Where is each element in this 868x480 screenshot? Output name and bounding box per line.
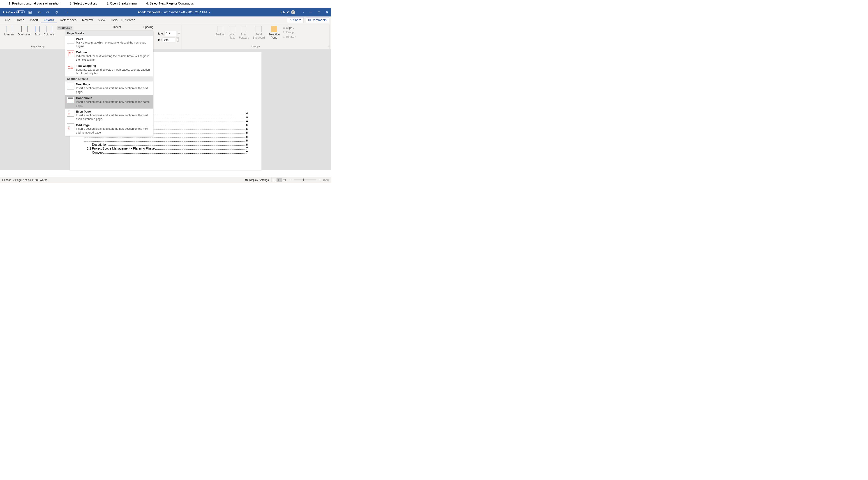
search-label: Search — [125, 18, 135, 22]
toc-pg: 6 — [246, 143, 248, 147]
break-oddpage[interactable]: 13 Odd PageInsert a section break and st… — [65, 122, 153, 135]
undo-icon[interactable] — [37, 10, 41, 14]
ribbon-options-icon[interactable]: ▭ — [301, 10, 304, 14]
after-input[interactable] — [163, 37, 175, 42]
group-arrange: Position WrapText BringForward SendBackw… — [181, 25, 329, 49]
step2: 2. Select Layout tab — [70, 2, 97, 5]
zoom-handle[interactable] — [303, 179, 304, 181]
col-desc: Indicate that the text following the col… — [76, 54, 151, 62]
zoom-in[interactable]: + — [319, 178, 321, 182]
tab-layout[interactable]: Layout — [41, 17, 57, 23]
margins-button[interactable]: Margins — [3, 26, 16, 36]
close-icon[interactable]: ✕ — [326, 10, 329, 14]
svg-rect-7 — [68, 67, 70, 69]
comments-button[interactable]: Comments — [306, 18, 329, 23]
spacing-before[interactable]: fore: ▴▾ — [158, 31, 180, 36]
tab-insert[interactable]: Insert — [27, 18, 41, 23]
svg-point-9 — [247, 180, 248, 181]
title-text: Academia Word - Last Saved 17/05/2019 2:… — [138, 10, 207, 14]
size-icon — [35, 26, 40, 32]
spin-buttons[interactable]: ▴▾ — [178, 31, 180, 36]
toc-pg: 3 — [246, 111, 248, 115]
qat-more-icon[interactable]: ⋮ — [64, 10, 68, 14]
orientation-button[interactable]: Orientation — [16, 26, 32, 36]
user-account[interactable]: John O JO — [280, 10, 295, 14]
redo-icon[interactable] — [46, 10, 50, 14]
cont-desc: Insert a section break and start the new… — [76, 100, 151, 107]
autosave-toggle[interactable]: AutoSave Off — [2, 10, 25, 14]
position-label: Position — [215, 33, 225, 36]
share-button[interactable]: Share — [287, 18, 304, 23]
share-icon — [290, 19, 292, 22]
display-settings[interactable]: Display Settings — [245, 178, 269, 181]
break-continuous[interactable]: ContinuousInsert a section break and sta… — [65, 95, 153, 108]
weblayout-icon[interactable] — [282, 178, 287, 182]
toc-pg: 4 — [246, 119, 248, 123]
document-area[interactable]: 3 4 4 5 6 6 6 6 Description6 2.2 Project… — [0, 49, 331, 170]
break-evenpage[interactable]: 24 Even PageInsert a section break and s… — [65, 108, 153, 122]
search-box[interactable]: Search — [121, 18, 135, 22]
ep-title: Even Page — [76, 110, 151, 113]
toc-pg: 6 — [246, 127, 248, 131]
send-l1: Send — [253, 33, 265, 36]
touch-icon[interactable] — [55, 10, 59, 14]
tab-references[interactable]: References — [57, 18, 80, 23]
tab-view[interactable]: View — [96, 18, 108, 23]
ep-desc: Insert a section break and start the new… — [76, 114, 151, 121]
collapse-ribbon-icon[interactable]: ^ — [328, 45, 329, 48]
break-textwrap[interactable]: Text WrappingSeparate text around object… — [65, 63, 153, 76]
breaks-dropdown: Page Breaks PageMark the point at which … — [65, 31, 153, 136]
size-label: Size — [35, 33, 40, 36]
bringforward-button: BringForward — [238, 26, 250, 40]
svg-rect-1 — [30, 12, 31, 13]
bring-l1: Bring — [239, 33, 249, 36]
title-dropdown-icon[interactable]: ▾ — [209, 10, 210, 14]
sel-l1: Selection — [269, 33, 280, 36]
orientation-label: Orientation — [18, 33, 31, 36]
page-desc: Mark the point at which one page ends an… — [76, 41, 151, 48]
align-button[interactable]: Align▾ — [282, 26, 297, 30]
toc-pg: 7 — [246, 147, 248, 151]
break-column[interactable]: ColumnIndicate that the text following t… — [65, 50, 153, 63]
title-bar: AutoSave Off ⋮ Academia Word - Last Save… — [0, 8, 331, 17]
share-label: Share — [293, 18, 301, 22]
group-button: Group▾ — [282, 30, 297, 34]
printlayout-icon[interactable] — [277, 178, 282, 182]
svg-rect-11 — [278, 179, 280, 181]
toc-pg: 6 — [246, 135, 248, 138]
break-nextpage[interactable]: Next PageInsert a section break and star… — [65, 82, 153, 95]
tab-home[interactable]: Home — [13, 18, 27, 23]
tab-help[interactable]: Help — [108, 18, 120, 23]
break-page[interactable]: PageMark the point at which one page end… — [65, 36, 153, 50]
readmode-icon[interactable] — [271, 178, 277, 182]
size-button[interactable]: Size — [33, 26, 41, 36]
breaks-button[interactable]: Breaks ▾ — [57, 26, 72, 30]
toggle-switch[interactable]: Off — [17, 10, 25, 14]
wrap-icon — [229, 26, 235, 32]
spacing-after[interactable]: ter: ▴▾ — [158, 37, 180, 42]
status-left[interactable]: Section: 2 Page 2 of 44 11588 words — [2, 178, 48, 181]
maximize-icon[interactable]: □ — [317, 10, 320, 14]
zoom-value[interactable]: 80% — [323, 178, 329, 181]
toc-pg: 4 — [246, 115, 248, 119]
display-icon — [245, 179, 248, 181]
tab-file[interactable]: File — [2, 18, 13, 23]
user-avatar: JO — [291, 10, 295, 14]
before-input[interactable] — [165, 31, 177, 36]
window-title: Academia Word - Last Saved 17/05/2019 2:… — [68, 10, 280, 14]
columns-button[interactable]: Columns — [42, 26, 56, 36]
continuous-break-icon — [67, 96, 74, 103]
step4: 4. Select Next Page or Continuous — [146, 2, 194, 5]
save-icon[interactable] — [28, 10, 32, 14]
minimize-icon[interactable]: — — [309, 10, 312, 14]
zoom-out[interactable]: − — [289, 178, 291, 182]
toc-text: Concept — [92, 151, 103, 154]
toc-line: Description6 — [84, 143, 248, 147]
zoom-slider[interactable] — [294, 180, 316, 180]
spin-buttons2[interactable]: ▴▾ — [176, 37, 179, 42]
pagebreaks-header: Page Breaks — [65, 31, 153, 36]
pagesetup-label: Page Setup — [31, 44, 44, 49]
selectionpane-button[interactable]: SelectionPane — [267, 26, 281, 40]
oddpage-break-icon: 13 — [67, 123, 74, 130]
tab-review[interactable]: Review — [80, 18, 96, 23]
